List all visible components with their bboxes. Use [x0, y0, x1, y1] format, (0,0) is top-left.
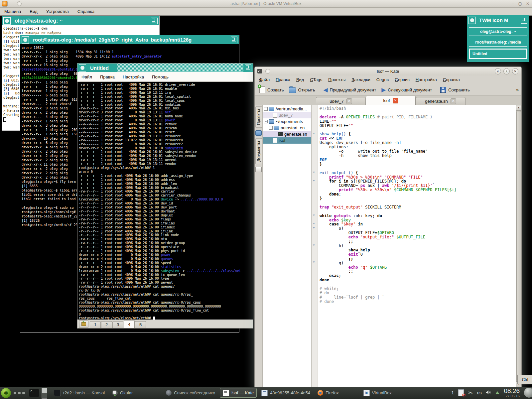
previous-document-button[interactable]: ◀ Предыдущий документ: [321, 86, 379, 94]
kate-menu-2[interactable]: Вид: [293, 76, 307, 83]
clock[interactable]: 08:26 27.05.16: [504, 388, 520, 398]
resize-icon[interactable]: [245, 65, 251, 71]
panel-expand-icon[interactable]: [495, 391, 499, 394]
taskbar-item-firefox[interactable]: Firefox: [315, 389, 341, 397]
show-desktop-knob[interactable]: [524, 388, 532, 398]
tree-item-generate-sh[interactable]: generate.sh: [263, 131, 311, 137]
session-tab-2[interactable]: 2: [101, 321, 112, 328]
minimize-icon[interactable]: –: [512, 1, 514, 6]
session-tab-4[interactable]: 4: [124, 320, 135, 328]
tab-close-icon[interactable]: ✕: [346, 98, 352, 104]
fold-marker-icon[interactable]: ▼: [313, 132, 315, 135]
vbox-titlebar[interactable]: astra [Работает] - Oracle VM VirtualBox …: [0, 0, 532, 8]
vbox-window-buttons[interactable]: –▢✕: [512, 0, 529, 7]
taskbar-item-chat[interactable]: Список собеседнико: [163, 389, 218, 397]
iconmgr-titlebar[interactable]: TWM Icon M: [467, 15, 529, 25]
term2-titlebar[interactable]: root@astra-oleg: /media/sf_29gb/DP_right…: [20, 35, 239, 44]
next-document-button[interactable]: ▶ Следующий документ: [379, 86, 435, 94]
kate-menu-8[interactable]: Настройка: [413, 76, 440, 83]
kate-titlebar[interactable]: lsof — Kate ∨ ∧ ✕: [255, 67, 521, 75]
projects-icon[interactable]: [255, 130, 262, 136]
clipboard-manager-icon[interactable]: [458, 389, 464, 396]
tab-close-icon[interactable]: ✕: [393, 98, 398, 103]
fold-marker-icon[interactable]: ▼: [313, 222, 315, 225]
kate-menu-1[interactable]: Правка: [273, 76, 293, 83]
workspace-number[interactable]: 1: [452, 390, 454, 395]
term3-menu-3[interactable]: Помощь: [148, 73, 173, 81]
new-document-button[interactable]: Создать: [257, 85, 286, 94]
close-icon[interactable]: ✕: [526, 1, 529, 6]
editor-scrollbar[interactable]: ▲ ▼: [516, 105, 521, 387]
iconify-icon[interactable]: [79, 64, 86, 71]
document-tab-lsof[interactable]: lsof✕: [366, 96, 416, 105]
keyboard-layout-indicator[interactable]: us: [477, 390, 482, 395]
tab-close-icon[interactable]: ✕: [451, 98, 456, 104]
titlebar-focus-pattern[interactable]: [117, 64, 243, 72]
term3-menu-2[interactable]: Настройка: [119, 73, 148, 81]
maximize-icon[interactable]: ▢: [518, 1, 522, 6]
iconify-icon[interactable]: [3, 17, 11, 25]
fold-marker-icon[interactable]: ▼: [313, 226, 315, 229]
vbox-menu-2[interactable]: Устройства: [42, 8, 73, 15]
workspace-1-thumb[interactable]: [42, 388, 47, 393]
iconmgr-item-2[interactable]: Untitled: [469, 49, 527, 59]
workspace-switcher[interactable]: [42, 388, 47, 398]
scissors-icon[interactable]: ✂: [468, 390, 472, 396]
start-menu-button[interactable]: ✱: [1, 388, 11, 398]
kate-menu-9[interactable]: Справка: [440, 76, 463, 83]
resize-icon[interactable]: [151, 18, 158, 24]
iconmgr-item-1[interactable]: root@astra-oleg: /media: [469, 38, 527, 47]
save-button[interactable]: Сохранить: [438, 85, 472, 94]
vbox-menu-3[interactable]: Справка: [73, 8, 99, 15]
session-tab-3[interactable]: 3: [112, 321, 123, 328]
documents-icon[interactable]: [255, 167, 262, 172]
collapse-icon[interactable]: –: [264, 120, 268, 123]
tree-item-autostart-en-[interactable]: –autostart_en...: [263, 125, 311, 131]
kate-menu-4[interactable]: Проекты: [325, 76, 348, 83]
term3-titlebar[interactable]: Untitled: [77, 64, 253, 72]
taskbar-item-vbox[interactable]: ▣VirtualBox: [361, 388, 394, 397]
taskbar-item-clipboard[interactable]: 43e96255-48fe-4e54: [259, 388, 313, 397]
kate-menu-6[interactable]: Сеанс: [373, 76, 392, 83]
taskbar-item-okular[interactable]: Okular: [109, 389, 135, 397]
tab-projects[interactable]: Проекты: [255, 106, 262, 128]
kate-menu-0[interactable]: Файл: [256, 76, 273, 83]
pager-dots[interactable]: [14, 392, 25, 394]
term3-menu-1[interactable]: Правка: [96, 73, 119, 81]
resize-icon[interactable]: [231, 37, 237, 43]
taskbar-item-kate[interactable]: lsof — Kate: [220, 388, 257, 398]
iconify-icon[interactable]: [468, 17, 476, 24]
document-tab-udev_7[interactable]: udev_7✕: [316, 97, 366, 105]
tree-item-lsof[interactable]: lsof: [263, 137, 311, 144]
scrollbar-thumb[interactable]: [516, 111, 521, 381]
term3-content[interactable]: -rw-r--r-- 1 root root 4096 Май 26 16:01…: [77, 82, 253, 320]
terminal-launcher-icon[interactable]: >_: [29, 389, 39, 397]
collapse-icon[interactable]: –: [264, 107, 268, 111]
fold-marker-icon[interactable]: ▼: [313, 244, 315, 247]
document-tab-generate.sh[interactable]: generate.sh✕: [416, 97, 466, 105]
tab-documents[interactable]: Документы: [255, 138, 262, 164]
session-tab-5[interactable]: 5: [135, 321, 146, 328]
fold-marker-icon[interactable]: ▼: [313, 179, 315, 182]
tree-item--experiments[interactable]: –~/experiments: [263, 118, 311, 125]
toolbar-overflow-button[interactable]: »: [516, 87, 519, 92]
workspace-2-thumb[interactable]: [42, 393, 47, 399]
fold-marker-icon[interactable]: ▼: [313, 261, 315, 264]
term3-menu-0[interactable]: Файл: [77, 73, 96, 81]
vbox-menu-1[interactable]: Вид: [25, 8, 42, 15]
tree-item-udev-7[interactable]: udev_7: [263, 112, 311, 118]
session-tab-1[interactable]: 1: [90, 321, 101, 328]
collapse-icon[interactable]: –: [269, 126, 273, 130]
iconmgr-item-0[interactable]: oleg@astra-oleg: ~: [469, 27, 527, 36]
kate-menu-3[interactable]: CTags: [307, 76, 325, 83]
fold-marker-icon[interactable]: ▼: [313, 214, 315, 217]
resize-icon[interactable]: [521, 17, 527, 24]
kate-menu-7[interactable]: Сервис: [392, 76, 413, 83]
new-session-button[interactable]: [79, 320, 88, 328]
code-view[interactable]: #!/bin/bash declare -A OPENED_FILES # pa…: [318, 105, 516, 387]
volume-icon[interactable]: [486, 390, 491, 396]
fold-marker-icon[interactable]: ▼: [313, 171, 315, 174]
tree-item--var-run-media-[interactable]: –/var/run/media...: [263, 106, 311, 112]
open-document-button[interactable]: Открыть: [286, 85, 318, 94]
iconify-icon[interactable]: [22, 36, 29, 44]
